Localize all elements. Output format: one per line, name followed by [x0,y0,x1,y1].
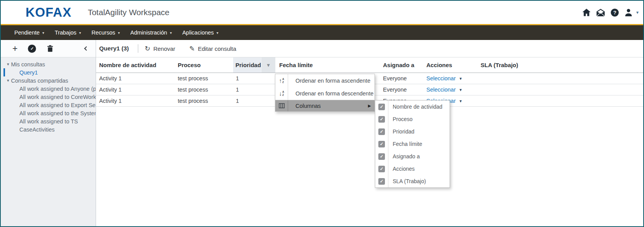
nav-item-recursos[interactable]: Recursos ▾ [91,29,120,36]
cell-process: test process [178,87,233,93]
cell-priority: 1 [233,98,275,104]
tree-group-mis-consultas[interactable]: ▾ Mis consultas [1,60,96,68]
submenu-item-asignado[interactable]: Asignado a [375,150,450,163]
nav-item-pendiente[interactable]: Pendiente ▾ [14,29,44,36]
nav-item-label: Recursos [91,29,115,36]
submenu-item-nombre[interactable]: Nombre de actividad [375,101,450,113]
menu-item-label: Ordenar en forma ascendente [288,74,374,87]
sidebar-toolbar: + ✓ [1,40,96,57]
delete-icon[interactable] [47,45,53,52]
tree-item-label: All work assigned to CoreWorker [19,94,96,100]
select-action-dropdown[interactable]: Seleccionar ▼ [426,87,481,93]
app-window: KOFAX TotalAgility Workspace ? ▾ Pendien… [0,0,644,227]
column-header-proceso[interactable]: Proceso [178,57,233,73]
column-header-acciones[interactable]: Acciones [426,57,481,73]
checkbox-checked-icon[interactable] [378,104,385,110]
column-header-prioridad[interactable]: Prioridad ▾ [233,57,275,73]
pencil-icon: ✎ [189,45,195,52]
column-header-fecha[interactable]: Fecha límite [275,57,383,73]
tree-item-shared-4[interactable]: All work assigned to TS [1,117,96,125]
nav-item-label: Administración [131,29,167,36]
submenu-item-label: Prioridad [388,125,414,138]
submenu-item-sla[interactable]: SLA (Trabajo) [375,175,450,187]
column-header-asignado[interactable]: Asignado a [383,57,426,73]
tree-item-shared-1[interactable]: All work assigned to CoreWorker [1,93,96,101]
tree-item-label: Query1 [19,69,38,76]
edit-query-button[interactable]: ✎ Editar consulta [189,45,236,52]
column-menu-caret-icon[interactable]: ▾ [261,57,275,73]
submenu-item-label: Fecha límite [388,138,422,150]
columns-submenu: Nombre de actividad Proceso Prioridad Fe… [375,100,450,188]
sort-ascending-icon: ↑AZ [275,74,288,87]
checkbox-checked-icon[interactable] [378,141,385,147]
tree-item-shared-0[interactable]: All work assigned to Anyone (pre [1,85,96,93]
column-header-label: Prioridad [233,62,261,68]
column-header-sla[interactable]: SLA (Trabajo) [481,57,643,73]
main-content: Query1 (3) ↻ Renovar ✎ Editar consulta N… [96,40,643,226]
submenu-item-fecha[interactable]: Fecha límite [375,138,450,150]
home-icon[interactable] [582,8,591,17]
tree-group-consultas-compartidas[interactable]: ▾ Consultas compartidas [1,76,96,85]
submenu-item-acciones[interactable]: Acciones [375,163,450,175]
query-toolbar: Query1 (3) ↻ Renovar ✎ Editar consulta [96,40,643,57]
tree-item-label: All work assigned to TS [19,118,78,125]
add-query-icon[interactable]: + [12,44,17,53]
cell-priority: 1 [233,75,275,81]
refresh-button[interactable]: ↻ Renovar [145,45,175,52]
main-nav: Pendiente ▾ Trabajos ▾ Recursos ▾ Admini… [1,24,643,40]
submenu-item-label: SLA (Trabajo) [388,175,426,187]
submenu-item-label: Asignado a [388,150,420,163]
checkbox-checked-icon[interactable] [378,153,385,160]
nav-item-aplicaciones[interactable]: Aplicaciones ▾ [182,29,218,36]
submenu-item-label: Nombre de actividad [388,101,442,113]
checkbox-checked-icon[interactable] [378,166,385,172]
table-header-row: Nombre de actividad Proceso Prioridad ▾ … [96,57,643,73]
menu-item-label: Columnas [288,100,368,111]
tree-item-shared-3[interactable]: All work assigned to the System [1,109,96,117]
help-icon[interactable]: ? [610,8,619,17]
caret-down-icon: ▼ [459,76,462,81]
cell-priority: 1 [233,87,275,93]
column-header-nombre[interactable]: Nombre de actividad [99,57,178,73]
kofax-logo: KOFAX [26,5,72,20]
menu-item-columns[interactable]: Columnas ▶ [275,100,374,111]
submenu-item-prioridad[interactable]: Prioridad [375,125,450,138]
caret-down-icon: ▼ [459,88,462,92]
user-menu-caret-icon[interactable]: ▾ [636,10,639,15]
nav-item-trabajos[interactable]: Trabajos ▾ [55,29,81,36]
cell-assigned-to: Everyone [383,87,426,93]
menu-item-sort-ascending[interactable]: ↑AZ Ordenar en forma ascendente [275,74,374,87]
approve-icon[interactable]: ✓ [28,45,36,53]
caret-down-icon: ▾ [7,78,9,83]
submenu-arrow-icon: ▶ [368,104,371,108]
chevron-down-icon: ▾ [79,31,81,35]
checkbox-cell [375,101,388,113]
nav-item-administracion[interactable]: Administración ▾ [131,29,172,36]
menu-item-label: Ordenar en forma descendente [288,87,374,100]
checkbox-checked-icon[interactable] [378,116,385,123]
tree-item-query1[interactable]: Query1 [1,68,96,76]
tree-item-label: CaseActivities [19,126,55,133]
user-icon[interactable] [624,8,633,17]
header-icons: ? ▾ [582,8,639,17]
tree-item-label: All work assigned to Export Servi [19,102,96,108]
tree-item-shared-5[interactable]: CaseActivities [1,125,96,133]
toolbar-divider [138,44,138,53]
select-action-label: Seleccionar [426,87,456,93]
checkbox-cell [375,125,388,138]
menu-item-sort-descending[interactable]: ↓AZ Ordenar en forma descendente [275,87,374,100]
query-tree: ▾ Mis consultas Query1 ▾ Consultas compa… [1,57,96,133]
checkbox-cell [375,150,388,163]
submenu-item-proceso[interactable]: Proceso [375,113,450,125]
cell-activity-name: Activity 1 [99,75,178,81]
checkbox-cell [375,163,388,175]
collapse-panel-icon[interactable] [83,45,89,52]
tree-group-label: Consultas compartidas [11,78,69,84]
select-action-dropdown[interactable]: Seleccionar ▼ [426,75,481,81]
mail-icon[interactable] [596,9,605,17]
refresh-label: Renovar [153,45,175,52]
svg-text:?: ? [613,10,616,16]
checkbox-checked-icon[interactable] [378,178,385,185]
tree-item-shared-2[interactable]: All work assigned to Export Servi [1,101,96,109]
checkbox-checked-icon[interactable] [378,128,385,135]
